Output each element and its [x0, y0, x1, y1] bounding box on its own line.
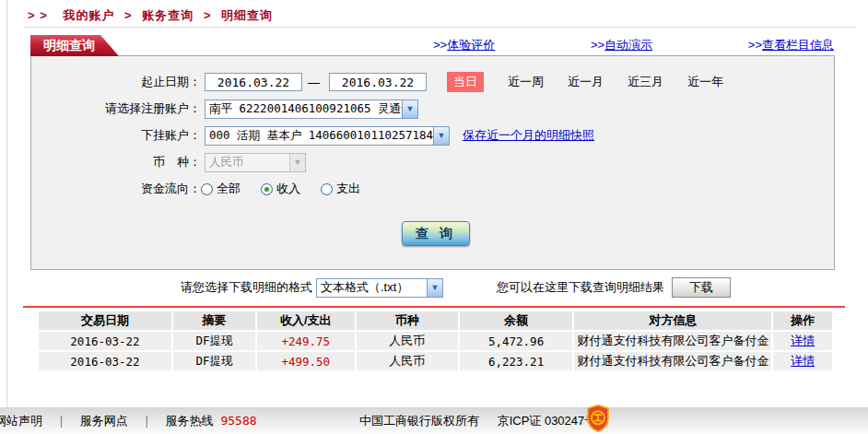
- flow-option-all[interactable]: 全部: [201, 181, 240, 197]
- col-header-counterparty: 对方信息: [574, 311, 771, 330]
- detail-link[interactable]: 详情: [791, 334, 815, 347]
- cell-balance: 5,472.96: [460, 332, 573, 350]
- chevron-down-icon: ▼: [289, 154, 305, 171]
- register-account-row: 请选择注册账户： 南平 6222001406100921065 灵通卡 ▼: [31, 99, 834, 119]
- left-divider: [6, 0, 7, 407]
- query-button[interactable]: 查 询: [402, 221, 470, 246]
- breadcrumb-detail-query[interactable]: 明细查询: [221, 8, 273, 22]
- fund-flow-options: 全部 收入 支出: [201, 181, 381, 197]
- footer: 网站声明 ｜ 服务网点 ｜ 服务热线 95588 中国工商银行版权所有 京ICP…: [0, 407, 868, 434]
- range-last-month[interactable]: 近一月: [568, 74, 604, 90]
- download-section: 请您选择下载明细的格式 文本格式（.txt） ▼ 您可以在这里下载查询明细结果 …: [0, 276, 868, 299]
- copyright-text: 中国工商银行版权所有: [359, 414, 479, 428]
- cell-date: 2016-03-22: [39, 332, 171, 350]
- register-account-select[interactable]: 南平 6222001406100921065 灵通卡 ▼: [205, 100, 418, 119]
- icbc-shield-logo-icon: [586, 405, 610, 432]
- auto-demo-link[interactable]: >>自动演示: [591, 37, 652, 53]
- cell-date: 2016-03-22: [39, 352, 171, 370]
- register-account-label: 请选择注册账户：: [31, 100, 201, 117]
- range-last-week[interactable]: 近一周: [508, 74, 544, 90]
- column-info-link[interactable]: >>查看栏目信息: [748, 37, 834, 53]
- breadcrumb-my-account[interactable]: 我的账户: [63, 8, 114, 22]
- cell-amount: +249.75: [257, 332, 355, 350]
- cell-amount: +499.50: [257, 352, 355, 370]
- cell-currency: 人民币: [357, 332, 458, 350]
- breadcrumb-account-query[interactable]: 账务查询: [142, 8, 194, 22]
- sub-account-row: 下挂账户： 000 活期 基本户 1406600101102571848 ▼ 保…: [31, 125, 834, 146]
- tab-detail-query[interactable]: 明细查询: [30, 35, 119, 56]
- save-snapshot-link[interactable]: 保存近一个月的明细快照: [463, 127, 594, 144]
- date-range-label: 起止日期：: [31, 74, 201, 90]
- currency-row: 币 种： 人民币 ▼: [31, 152, 834, 172]
- col-header-currency: 币种: [357, 311, 458, 330]
- breadcrumb: > > 我的账户 > 账务查询 > 明细查询: [28, 7, 273, 24]
- query-form-panel: 起止日期： — 当日 近一周 近一月 近三月 近一年 请选择注册账户： 南平 6…: [30, 55, 835, 270]
- sub-account-select[interactable]: 000 活期 基本户 1406600101102571848 ▼: [205, 126, 450, 146]
- fund-flow-label: 资金流向：: [31, 181, 201, 197]
- col-header-action: 操作: [773, 311, 832, 330]
- download-format-select[interactable]: 文本格式（.txt） ▼: [316, 278, 443, 298]
- col-header-balance: 余额: [460, 311, 573, 330]
- date-to-input[interactable]: [329, 73, 427, 91]
- cell-counterparty: 财付通支付科技有限公司客户备付金: [574, 352, 771, 370]
- cell-summary: DF提现: [173, 332, 255, 350]
- cell-balance: 6,223.21: [460, 352, 573, 370]
- col-header-amount: 收入/支出: [257, 311, 355, 330]
- table-header-row: 交易日期 摘要 收入/支出 币种 余额 对方信息 操作: [39, 311, 832, 330]
- currency-select: 人民币 ▼: [205, 153, 306, 172]
- chevron-down-icon: ▼: [433, 127, 449, 145]
- radio-checked-icon: [261, 183, 273, 195]
- range-last-3-months[interactable]: 近三月: [628, 74, 663, 90]
- cell-summary: DF提现: [173, 352, 255, 370]
- range-last-year[interactable]: 近一年: [687, 74, 723, 90]
- download-result-label: 您可以在这里下载查询明细结果: [497, 279, 664, 296]
- icp-number: 京ICP证 030247号: [498, 414, 597, 428]
- today-button[interactable]: 当日: [447, 72, 484, 92]
- col-header-date: 交易日期: [39, 311, 171, 330]
- detail-link[interactable]: 详情: [791, 354, 815, 368]
- flow-option-income[interactable]: 收入: [261, 181, 300, 197]
- col-header-summary: 摘要: [173, 311, 255, 330]
- hotline-number: 95588: [220, 414, 256, 428]
- footer-links: 网站声明 ｜ 服务网点 ｜ 服务热线 95588: [0, 413, 257, 429]
- cell-currency: 人民币: [357, 352, 458, 370]
- service-branches-link[interactable]: 服务网点: [80, 413, 128, 429]
- date-separator: —: [308, 76, 320, 89]
- flow-option-expense[interactable]: 支出: [321, 181, 360, 197]
- download-format-label: 请您选择下载明细的格式: [181, 279, 312, 296]
- date-range-row: 起止日期： — 当日 近一周 近一月 近三月 近一年: [31, 72, 834, 92]
- radio-unchecked-icon: [201, 183, 213, 195]
- date-from-input[interactable]: [205, 73, 302, 91]
- radio-unchecked-icon: [321, 183, 333, 195]
- chevron-down-icon: ▼: [402, 100, 417, 118]
- header-links: >>体验评价 >>自动演示 >>查看栏目信息: [433, 37, 834, 53]
- query-button-row: 查 询: [31, 221, 834, 246]
- download-button[interactable]: 下载: [672, 277, 731, 298]
- site-statement-link[interactable]: 网站声明: [0, 413, 42, 429]
- table-row: 2016-03-22 DF提现 +249.75 人民币 5,472.96 财付通…: [39, 332, 832, 350]
- sub-account-label: 下挂账户：: [31, 127, 201, 144]
- hotline-label: 服务热线: [165, 413, 213, 429]
- transaction-table: 交易日期 摘要 收入/支出 币种 余额 对方信息 操作 2016-03-22 D…: [37, 310, 834, 372]
- breadcrumb-prefix: > >: [28, 8, 48, 22]
- experience-review-link[interactable]: >>体验评价: [433, 37, 495, 53]
- chevron-down-icon: ▼: [427, 279, 442, 297]
- cell-counterparty: 财付通支付科技有限公司客户备付金: [574, 332, 771, 350]
- breadcrumb-separator: >: [124, 8, 133, 22]
- fund-flow-row: 资金流向： 全部 收入 支出: [31, 179, 834, 199]
- breadcrumb-divider: [23, 27, 857, 28]
- breadcrumb-separator: >: [204, 8, 212, 22]
- currency-label: 币 种：: [31, 154, 201, 170]
- footer-copyright: 中国工商银行版权所有 京ICP证 030247号: [359, 413, 596, 429]
- table-row: 2016-03-22 DF提现 +499.50 人民币 6,223.21 财付通…: [39, 352, 832, 370]
- table-top-red-line: [23, 306, 845, 308]
- detail-query-page: > > 我的账户 > 账务查询 > 明细查询 明细查询 >>体验评价 >>自动演…: [0, 0, 868, 434]
